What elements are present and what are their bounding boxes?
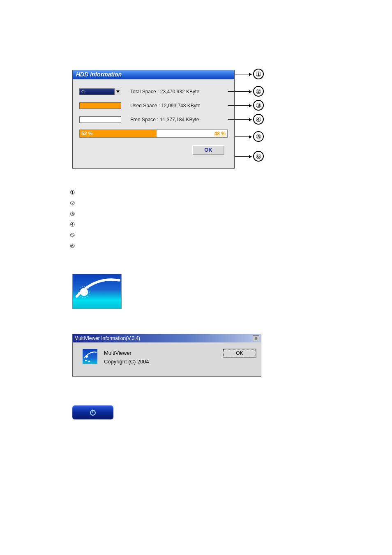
drive-select[interactable]: C: xyxy=(79,88,121,95)
callout-arrow xyxy=(228,91,251,92)
hdd-titlebar: HDD Information xyxy=(73,70,234,79)
legend-item: ③ xyxy=(70,210,392,217)
total-space-label: Total Space : 23,470,932 KByte xyxy=(130,89,199,95)
multiviewer-name: MultiViewer xyxy=(104,349,223,358)
hdd-callout-area: HDD Information C: Total Space : 23,470,… xyxy=(72,70,282,173)
callout-arrow xyxy=(228,105,251,106)
callout-5: ⑤ xyxy=(253,131,264,142)
svg-point-1 xyxy=(80,288,88,296)
callout-arrow xyxy=(228,119,251,120)
multiviewer-dialog: MultiViewer Information(V,0,4) × MultiVi… xyxy=(72,334,261,377)
multiviewer-titlebar: MultiViewer Information(V,0,4) × xyxy=(73,334,261,342)
legend-item: ⑥ xyxy=(70,243,392,249)
usage-bar: 52 % 48 % xyxy=(79,130,228,138)
used-swatch xyxy=(79,102,121,109)
used-pct: 52 % xyxy=(81,131,92,136)
svg-point-3 xyxy=(85,355,88,358)
chevron-down-icon[interactable] xyxy=(114,88,121,95)
legend-item: ② xyxy=(70,200,392,206)
free-pct: 48 % xyxy=(214,131,226,136)
ok-button[interactable]: OK xyxy=(223,349,256,357)
svg-point-5 xyxy=(88,361,90,362)
hdd-dialog: HDD Information C: Total Space : 23,470,… xyxy=(72,70,235,169)
close-icon[interactable]: × xyxy=(253,335,259,341)
drive-select-value: C: xyxy=(81,89,86,94)
callout-arrow xyxy=(235,74,251,74)
legend-item: ⑤ xyxy=(70,232,392,238)
multiviewer-icon xyxy=(83,349,97,364)
callout-legend: ① ② ③ ④ ⑤ ⑥ xyxy=(70,189,392,249)
callout-2: ② xyxy=(253,86,264,97)
free-space-label: Free Space : 11,377,184 KByte xyxy=(130,117,199,123)
legend-item: ① xyxy=(70,189,392,196)
callout-4: ④ xyxy=(253,114,264,125)
callout-arrow xyxy=(235,136,251,137)
callout-3: ③ xyxy=(253,100,264,111)
used-space-label: Used Space : 12,093,748 KByte xyxy=(130,103,201,109)
svg-marker-0 xyxy=(116,90,120,93)
multiviewer-title: MultiViewer Information(V,0,4) xyxy=(74,335,140,341)
power-icon xyxy=(89,408,97,416)
multiviewer-copyright: Copyright (C) 2004 xyxy=(104,358,223,366)
power-button[interactable] xyxy=(72,405,113,419)
callout-1: ① xyxy=(253,69,264,79)
svg-point-4 xyxy=(85,360,87,361)
app-logo-icon xyxy=(73,274,121,309)
free-swatch xyxy=(79,116,121,123)
ok-button[interactable]: OK xyxy=(192,145,224,155)
callout-6: ⑥ xyxy=(253,151,264,162)
app-logo-panel xyxy=(72,274,122,309)
callout-arrow xyxy=(235,156,251,157)
legend-item: ④ xyxy=(70,221,392,228)
